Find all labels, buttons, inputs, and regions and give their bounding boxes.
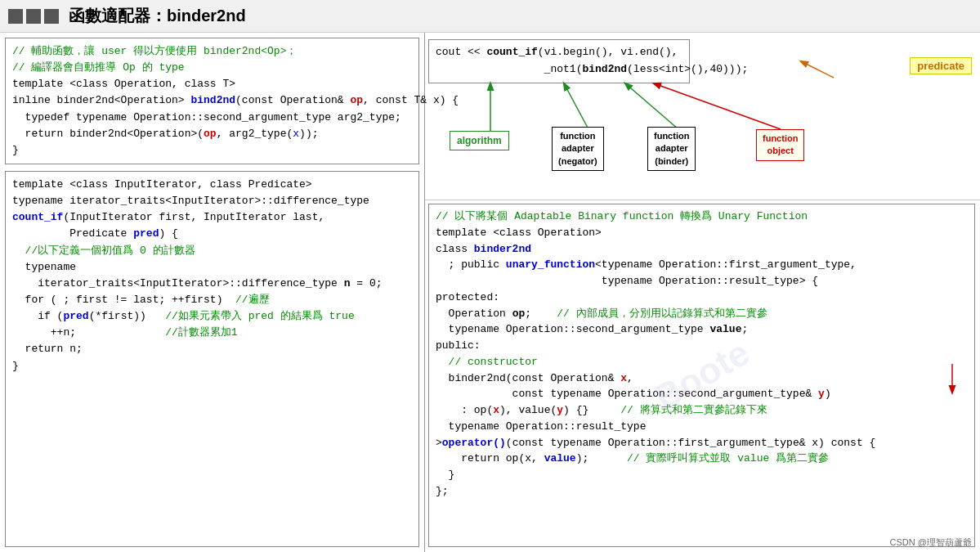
br-line-2: class binder2nd (436, 241, 968, 258)
bl-line-3: count_if(InputIterator first, InputItera… (12, 209, 412, 226)
bl-line-8: for ( ; first != last; ++first) //遍歷 (12, 292, 412, 308)
br-line-6: Operation op; // 內部成員，分別用以記錄算式和第二實參 (436, 306, 968, 322)
tr-line-2: _not1(bind2nd(less<int>(),40))); (436, 61, 682, 79)
br-line-10: binder2nd(const Operation& x, (436, 370, 968, 387)
bottomright-code-box: Boote // 以下將某個 Adaptable Binary function… (428, 204, 975, 547)
fa-negator-label: functionadapter(negator) (552, 127, 604, 171)
br-comment1: // 以下將某個 Adaptable Binary function 轉換爲 U… (436, 209, 968, 225)
fa-binder-label: functionadapter(binder) (647, 127, 696, 171)
main-layout: Boote // 輔助函數，讓 user 得以方便使用 binder2nd<Op… (0, 33, 980, 552)
diagram-area: cout << count_if(vi.begin(), vi.end(), _… (425, 33, 980, 200)
page-title: 函數適配器：binder2nd (69, 5, 246, 27)
bl-line-4: Predicate pred) { (12, 226, 412, 242)
svg-line-1 (564, 83, 588, 129)
title-bar: 函數適配器：binder2nd (0, 0, 980, 33)
bl-line-10: ++n; //計數器累加1 (12, 325, 412, 341)
bl-line-2: typename iterator_traits<InputIterator>:… (12, 193, 412, 209)
br-line-8: public: (436, 338, 968, 354)
bl-line-6: typename (12, 259, 412, 276)
code-line-6: return binder2nd<Operation>(op, arg2_typ… (12, 126, 412, 142)
algorithm-label: algorithm (450, 131, 509, 150)
br-line-9: // constructor (436, 354, 968, 370)
br-line-11: const typename Operation::second_argumen… (436, 386, 968, 402)
right-panel: cout << count_if(vi.begin(), vi.end(), _… (425, 33, 980, 552)
code-line-5: typedef typename Operation::second_argum… (12, 110, 412, 126)
svg-line-3 (654, 83, 781, 129)
br-line-16: } (436, 467, 968, 483)
br-line-7: typename Operation::second_argument_type… (436, 321, 968, 338)
br-line-4: typename Operation::result_type> { (436, 273, 968, 289)
tr-line-1: cout << count_if(vi.begin(), vi.end(), (436, 44, 682, 61)
br-line-15: return op(x, value); // 實際呼叫算式並取 value 爲… (436, 451, 968, 467)
sq2 (26, 9, 41, 24)
br-line-1: template <class Operation> (436, 225, 968, 241)
bottomleft-code-box: Boote template <class InputIterator, cla… (5, 171, 419, 547)
bl-line-5: //以下定義一個初值爲 0 的計數器 (12, 243, 412, 259)
br-line-17: }; (436, 483, 968, 500)
left-panel: Boote // 輔助函數，讓 user 得以方便使用 binder2nd<Op… (0, 33, 425, 552)
bl-line-12: } (12, 358, 412, 375)
code-line-2: // 編譯器會自動推導 Op 的 type (12, 60, 412, 76)
svg-line-2 (625, 83, 678, 129)
code-line-1: // 輔助函數，讓 user 得以方便使用 binder2nd<Op>； (12, 43, 412, 60)
code-line-3: template <class Operation, class T> (12, 76, 412, 92)
bl-line-7: iterator_traits<InputIterator>::differen… (12, 276, 412, 292)
br-line-3: ; public unary_function<typename Operati… (436, 257, 968, 273)
bl-line-11: return n; (12, 341, 412, 357)
predicate-label: predicate (910, 57, 972, 74)
code-line-7: } (12, 142, 412, 159)
br-line-14: >operator()(const typename Operation::fi… (436, 435, 968, 451)
br-line-5: protected: (436, 289, 968, 306)
title-chinese: 函數適配器： (69, 7, 167, 25)
br-line-13: typename Operation::result_type (436, 419, 968, 435)
title-binder: binder2nd (167, 7, 246, 25)
sq1 (8, 9, 23, 24)
bl-line-1: template <class InputIterator, class Pre… (12, 177, 412, 193)
svg-line-4 (801, 61, 834, 78)
footer: CSDN @理智葫蘆爺 (890, 536, 972, 549)
topleft-code-box: Boote // 輔助函數，讓 user 得以方便使用 binder2nd<Op… (5, 38, 419, 164)
bl-line-9: if (pred(*first)) //如果元素帶入 pred 的結果爲 tru… (12, 308, 412, 325)
br-line-12: : op(x), value(y) {} // 將算式和第二實參記錄下來 (436, 402, 968, 419)
title-squares (8, 9, 59, 24)
sq3 (44, 9, 59, 24)
fo-label: functionobject (756, 129, 804, 161)
topright-code-box: cout << count_if(vi.begin(), vi.end(), _… (428, 39, 690, 83)
code-line-4: inline binder2nd<Operation> bind2nd(cons… (12, 92, 412, 109)
